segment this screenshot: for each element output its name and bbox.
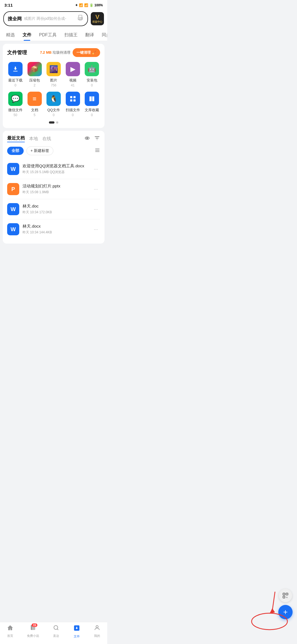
doc-more-1[interactable]: ··· [92,165,100,173]
svg-rect-5 [73,96,76,98]
doc-meta-1: 昨天 15:28 5.1MB QQ浏览器 [23,170,92,174]
file-item-library[interactable]: 文库收藏 0 [84,92,100,117]
zip-label: 压缩包 [29,78,40,83]
image-count: 756 [51,83,56,87]
trash-info: 7.2 MB 垃圾待清理 [40,50,70,55]
tag-menu-icon[interactable] [95,148,100,154]
doc-meta-3: 昨天 10:34 172.0KB [23,210,92,215]
file-grid-row2: 💬 微信文件 50 ≡ 文档 5 🐧 QQ文件 0 [7,92,100,117]
download-count: 0 [15,83,16,87]
battery-icon: 🔋 100% [89,3,103,7]
tab-pdf[interactable]: PDF工具 [35,29,61,41]
vip-avatar[interactable]: V 权益中心 [91,12,104,25]
download-icon [8,62,23,76]
trash-size: 7.2 MB [40,50,51,54]
doc-item-3[interactable]: W 林天.doc 昨天 10:34 172.0KB ··· [7,199,100,219]
image-label: 图片 [50,78,57,83]
printer-icon [77,15,84,23]
word-icon-3: W [7,203,19,215]
wechat-label: 微信文件 [8,108,23,113]
clean-icon: 🧹 [92,51,96,55]
file-mgmt-header: 文件管理 7.2 MB 垃圾待清理 一键清理 🧹 [7,48,100,57]
apk-icon: 🤖 [85,62,99,76]
tab-local[interactable]: 本地 [29,136,38,142]
doc-more-3[interactable]: ··· [92,205,100,213]
svg-rect-4 [70,96,72,98]
file-item-download[interactable]: 最近下载 0 [7,62,24,87]
library-icon [85,92,99,106]
file-item-wechat[interactable]: 💬 微信文件 50 [7,92,24,117]
doc-item-4[interactable]: W 林天.docx 昨天 10:34 144.4KB ··· [7,219,100,239]
doc-more-4[interactable]: ··· [92,225,100,233]
filter-icon[interactable] [94,135,100,143]
svg-rect-6 [70,99,72,102]
zip-count: 2 [34,83,35,87]
svg-rect-7 [73,99,76,102]
scan-count: 0 [72,113,74,117]
tab-wenjian[interactable]: 文件 [19,29,35,41]
qq-icon: 🐧 [46,92,61,106]
dot-inactive [56,121,58,124]
doc-info-4: 林天.docx 昨天 10:34 144.4KB [23,224,92,235]
doc-info-3: 林天.doc 昨天 10:34 172.0KB [23,204,92,215]
doc-info-2: 活动规划幻灯片.pptx 昨天 15:08 1.9MB [23,184,92,195]
recent-docs-card: 最近文档 本地 在线 全部 + 新建标签 W [3,131,105,244]
tag-new[interactable]: + 新建标签 [26,146,53,155]
word-icon-1: W [7,163,19,175]
file-item-doc[interactable]: ≡ 文档 5 [26,92,43,117]
signal-icon: 📶 [84,3,88,7]
doc-item-1[interactable]: W 欢迎使用QQ浏览器文档工具.docx 昨天 15:28 5.1MB QQ浏览… [7,159,100,179]
library-label: 文库收藏 [85,108,99,113]
apk-label: 安装包 [87,78,97,83]
status-icons: ✦ 📶 📶 🔋 100% [75,3,103,7]
svg-point-9 [87,138,88,139]
search-box[interactable]: 搜全网 戒图片 两份pdf如何合成- [3,11,88,26]
file-item-zip[interactable]: 📦 压缩包 2 [26,62,43,87]
library-count: 0 [91,113,93,117]
doc-count: 5 [34,113,35,117]
doc-more-2[interactable]: ··· [92,185,100,193]
tab-jingxuan[interactable]: 精选 [2,29,19,41]
status-bar: 3:11 ✦ 📶 📶 🔋 100% [0,0,107,9]
scan-label: 扫描文件 [66,108,80,113]
scan-icon [66,92,80,106]
search-bar-area: 搜全网 戒图片 两份pdf如何合成- V 权益中心 [0,9,107,29]
eye-icon[interactable] [84,135,90,143]
tag-all[interactable]: 全部 [7,147,24,155]
video-icon: ▶ [66,62,80,76]
image-icon: 🌆 [46,62,61,76]
recent-tabs: 最近文档 本地 在线 [7,135,51,142]
file-item-video[interactable]: ▶ 视频 41 [65,62,81,87]
trash-label: 垃圾待清理 [53,50,70,54]
tab-recent[interactable]: 最近文档 [7,135,25,142]
recent-header-icons [84,135,100,143]
file-mgmt-card: 文件管理 7.2 MB 垃圾待清理 一键清理 🧹 最近下载 0 [3,44,105,128]
doc-item-2[interactable]: P 活动规划幻灯片.pptx 昨天 15:08 1.9MB ··· [7,179,100,199]
tab-fanyi[interactable]: 翻译 [81,29,98,41]
search-hint: 戒图片 两份pdf如何合成- [24,16,66,21]
file-item-image[interactable]: 🌆 图片 756 [45,62,62,87]
file-item-apk[interactable]: 🤖 安装包 0 [84,62,100,87]
doc-name-3: 林天.doc [23,204,92,209]
vip-letter: V [95,14,100,20]
file-item-qq[interactable]: 🐧 QQ文件 0 [45,92,62,117]
tab-bar: 精选 文件 PDF工具 扫描王 翻译 同步学 [0,29,107,41]
wifi-icon: 📶 [79,3,83,7]
status-time: 3:11 [4,3,13,7]
doc-label: 文档 [31,108,38,113]
doc-meta-4: 昨天 10:34 144.4KB [23,230,92,235]
doc-name-4: 林天.docx [23,224,92,229]
clean-button[interactable]: 一键清理 🧹 [73,48,100,57]
qq-count: 0 [53,113,55,117]
video-label: 视频 [69,78,76,83]
file-item-scan[interactable]: 扫描文件 0 [65,92,81,117]
tab-saomiaowang[interactable]: 扫描王 [61,29,81,41]
search-main-label: 搜全网 [8,16,22,22]
tab-tongbuxue[interactable]: 同步学 [98,29,107,41]
doc-name-2: 活动规划幻灯片.pptx [23,184,92,189]
tab-online[interactable]: 在线 [42,136,51,142]
apk-count: 0 [91,83,93,87]
file-mgmt-title: 文件管理 [7,49,27,56]
doc-info-1: 欢迎使用QQ浏览器文档工具.docx 昨天 15:28 5.1MB QQ浏览器 [23,163,92,174]
vip-label: 权益中心 [92,20,102,24]
